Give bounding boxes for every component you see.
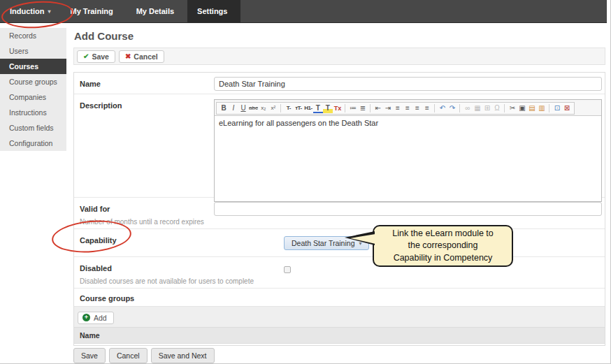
align-left-icon[interactable]: ≡ [393,103,403,113]
align-right-icon[interactable]: ≡ [412,103,422,113]
strikethrough-icon[interactable]: abc [248,103,259,113]
font-size-icon[interactable]: тT- [294,103,303,113]
special-char-icon[interactable]: Ω [492,103,502,113]
copy-icon[interactable]: ▣ [517,103,527,113]
disabled-help: Disabled courses are not available for u… [80,277,278,285]
rte-toolbar: B I U abc x₂ x² [215,100,601,116]
valid-for-input[interactable] [214,202,602,216]
description-label: Description [80,101,208,110]
footer-action-bar: Save Cancel Save and Next [73,348,215,363]
subscript-icon[interactable]: x₂ [259,103,268,113]
disabled-label: Disabled [80,264,278,272]
sidebar-item-courses[interactable]: Courses [0,59,66,74]
sidebar-item-course-groups[interactable]: Course groups [0,74,66,89]
name-input[interactable] [214,77,602,91]
redo-icon[interactable]: ↷ [447,103,457,113]
course-groups-section: Course groups + Add Name [74,289,605,345]
valid-for-help: Number of months until a record expires [80,218,208,226]
sidebar-item-label: Companies [9,93,46,101]
save-button[interactable]: ✔ Save [77,50,115,63]
sidebar-item-label: Instructions [9,108,47,117]
course-groups-table-body [74,344,605,346]
cancel-button[interactable]: ✖ Cancel [119,50,164,63]
underline-icon[interactable]: U [238,103,248,113]
unordered-list-icon[interactable]: ≔ [348,103,358,113]
chevron-down-icon: ▾ [48,8,51,15]
sidebar-item-label: Course groups [9,78,57,86]
indent-icon[interactable]: ⇥ [383,103,393,113]
paste-text-icon[interactable]: ▥ [537,103,547,113]
sidebar-item-users[interactable]: Users [0,43,66,59]
disabled-checkbox[interactable] [284,266,291,273]
capability-label: Capability [80,236,278,245]
align-center-icon[interactable]: ≡ [403,103,412,113]
sidebar-item-records[interactable]: Records [0,28,66,43]
nav-item-my-details[interactable]: My Details [127,0,187,22]
ordered-list-icon[interactable]: ≣ [358,103,368,113]
valid-for-label: Valid for [80,205,208,213]
add-course-group-button[interactable]: + Add [78,312,114,324]
description-row: Description B I U [74,94,605,198]
footer-cancel-button[interactable]: Cancel [109,348,148,363]
footer-save-button[interactable]: Save [73,348,106,363]
course-groups-label: Course groups [80,294,599,303]
nav-item-label: My Details [136,7,174,15]
nav-item-label: Induction [10,7,45,15]
valid-for-row: Valid for Number of months until a recor… [74,198,605,229]
heading-icon[interactable]: H1- [303,103,313,113]
page: Induction ▾ My Training My Details Setti… [0,0,611,364]
remove-format-icon[interactable]: Tx [333,103,343,113]
sidebar-item-instructions[interactable]: Instructions [0,105,66,120]
page-title: Add Course [74,30,605,42]
nav-item-label: My Training [71,7,113,15]
sidebar-item-companies[interactable]: Companies [0,89,66,105]
sidebar-item-custom-fields[interactable]: Custom fields [0,120,66,136]
print-icon[interactable]: ⊡ [552,103,562,113]
link-icon[interactable]: ∞ [463,103,473,113]
cut-icon[interactable]: ✂ [508,103,517,113]
course-groups-column-header: Name [74,327,605,344]
undo-icon[interactable]: ↶ [438,103,447,113]
highlight-icon[interactable]: T [323,103,333,113]
check-icon: ✔ [83,52,89,60]
nav-item-my-training[interactable]: My Training [61,0,127,22]
plus-icon: + [82,314,90,321]
add-course-form: Name Description [73,72,605,346]
rich-text-editor: B I U abc x₂ x² [214,99,602,202]
disabled-row: Disabled Disabled courses are not availa… [74,257,605,289]
image-icon[interactable]: ▦ [473,103,482,113]
sidebar: Records Users Courses Course groups Comp… [0,28,66,151]
font-family-icon[interactable]: T- [284,103,294,113]
sidebar-item-label: Configuration [9,139,52,147]
sidebar-item-configuration[interactable]: Configuration [0,136,66,151]
nav-item-label: Settings [197,7,227,15]
sidebar-item-label: Courses [9,62,38,71]
sidebar-item-label: Users [9,47,28,55]
capability-row: Capability Death Star Training ▾ [74,229,605,257]
table-icon[interactable]: ⊞ [482,103,492,113]
source-icon[interactable]: ⊠ [562,103,572,113]
bold-icon[interactable]: B [219,103,229,113]
x-icon: ✖ [125,52,131,60]
top-navbar: Induction ▾ My Training My Details Setti… [0,0,607,23]
name-label: Name [80,80,208,88]
annotation-callout: Link the eLearn module to the correspond… [373,225,513,267]
nav-item-induction[interactable]: Induction ▾ [0,0,61,22]
name-row: Name [74,73,605,94]
sidebar-item-label: Custom fields [9,124,54,132]
sidebar-item-label: Records [9,31,36,40]
superscript-icon[interactable]: x² [268,103,278,113]
italic-icon[interactable]: I [229,103,238,113]
text-color-icon[interactable]: T [313,103,323,113]
align-justify-icon[interactable]: ≡ [422,103,432,113]
paste-icon[interactable]: ▤ [527,103,537,113]
course-groups-toolbar: + Add [74,306,605,327]
nav-item-settings[interactable]: Settings [187,0,240,22]
outdent-icon[interactable]: ⇤ [373,103,383,113]
description-editor-body[interactable]: eLearning for all passengers on the Deat… [215,116,601,201]
main-content: Add Course ✔ Save ✖ Cancel Name [73,28,605,346]
top-action-bar: ✔ Save ✖ Cancel [73,48,605,65]
footer-save-and-next-button[interactable]: Save and Next [151,348,215,363]
